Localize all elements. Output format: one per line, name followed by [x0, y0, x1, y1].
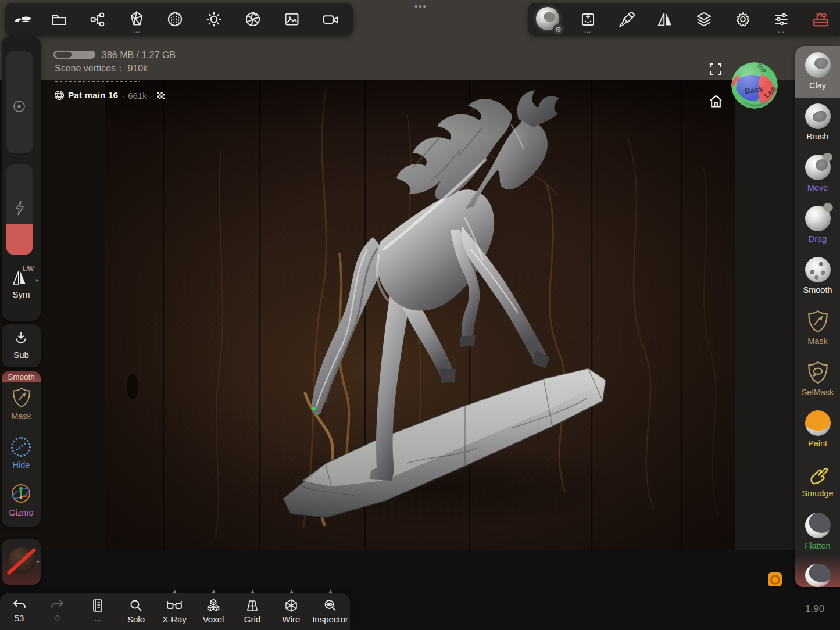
list-separator [55, 81, 140, 82]
left-shortcut-list: Smooth Mask Hide Gizmo [2, 371, 41, 527]
zoom-level: 1.90 [805, 603, 824, 615]
tool-smooth-label: Smooth [803, 285, 832, 295]
xray-glasses-icon [166, 599, 183, 613]
stamp-more: … [584, 26, 592, 34]
tool-selmask[interactable]: SelMask [795, 353, 840, 405]
inspector-label: Inspector [312, 614, 348, 624]
tool-drag[interactable]: Drag [795, 200, 840, 251]
sub-label: Sub [2, 350, 41, 360]
scene-graph-icon [90, 12, 105, 27]
folder-icon [51, 12, 67, 27]
active-matcap-button[interactable]: ⚙ [536, 7, 562, 33]
tool-smooth[interactable]: Smooth [795, 251, 840, 302]
background-button[interactable] [283, 10, 301, 28]
nomad-logo-icon [12, 12, 33, 26]
sliders-icon [773, 11, 789, 27]
inspector-button[interactable]: Inspector [313, 599, 348, 624]
tool-mask[interactable]: Mask [795, 302, 840, 353]
paint-all-button[interactable] [617, 10, 636, 28]
sun-icon [206, 11, 222, 27]
stamp-icon [580, 12, 596, 27]
notebook-icon [91, 599, 104, 613]
subdivide-button[interactable]: Sub [2, 324, 41, 367]
expand-caret[interactable]: ▲ [211, 588, 216, 594]
mask-shield-icon [12, 387, 31, 408]
tool-partial-next[interactable] [795, 558, 840, 587]
scene-vertices-value: 910k [127, 63, 148, 73]
tool-paint-label: Paint [808, 439, 827, 448]
voxel-cubes-icon [206, 599, 221, 613]
material-button[interactable] [166, 10, 184, 28]
solo-button[interactable]: Solo [119, 599, 153, 624]
grid-button[interactable]: Grid [235, 599, 270, 624]
undo-button[interactable]: 53 [2, 599, 37, 623]
memory-gauge [53, 51, 95, 59]
material-disabled-button[interactable]: ▸ [2, 539, 41, 585]
solo-magnifier-icon [129, 599, 143, 613]
material-expand-arrow: ▸ [37, 558, 40, 564]
scene-graph-button[interactable] [88, 10, 106, 28]
wireframe-icon [284, 599, 299, 613]
expand-caret[interactable]: ▲ [172, 588, 177, 594]
voxel-label: Voxel [203, 614, 224, 624]
sym-mirror-icon [12, 271, 27, 285]
lighting-button[interactable] [205, 10, 223, 28]
mirror-icon [657, 11, 673, 27]
multires-checker-icon [157, 92, 165, 99]
tool-brush[interactable]: Brush [795, 98, 840, 149]
viewport-canvas[interactable] [105, 80, 735, 550]
nomad-logo[interactable] [10, 10, 35, 28]
separator-dot: · [121, 91, 124, 101]
tool-flatten[interactable]: Flatten [795, 507, 840, 558]
symmetry-toggle[interactable]: L/W Sym ▸ [2, 257, 41, 320]
redo-button[interactable]: 0 [40, 599, 75, 623]
radius-slider[interactable] [6, 51, 33, 153]
aperture-icon [245, 11, 261, 27]
redo-count: 0 [55, 613, 60, 623]
shortcut-smooth[interactable]: Smooth [2, 371, 41, 382]
fullscreen-button[interactable] [708, 62, 723, 77]
redo-icon [50, 599, 65, 611]
intensity-slider[interactable] [6, 164, 33, 255]
history-button[interactable]: … [80, 599, 115, 622]
orientation-gizmo[interactable]: Back Left Top [731, 62, 778, 109]
window-drag-handle[interactable]: ••• [407, 1, 435, 11]
expand-caret[interactable]: ▲ [250, 588, 255, 594]
right-tool-panel: Clay Brush Move Drag Smooth Mask [795, 46, 840, 587]
shortcut-gizmo[interactable]: Gizmo [2, 480, 41, 527]
memory-text: 386 MB / 1.27 GB [102, 50, 176, 60]
expand-caret[interactable]: ▲ [289, 588, 294, 594]
mask-shield-icon [807, 309, 829, 334]
camera-button[interactable] [321, 10, 340, 28]
move-sphere-icon [805, 155, 831, 180]
toolbox-icon [812, 10, 830, 28]
tool-move[interactable]: Move [795, 149, 840, 200]
video-camera-icon [322, 11, 339, 27]
tool-selmask-label: SelMask [802, 388, 834, 397]
scene-item-row[interactable]: Pat main 16 · 661k · [54, 89, 165, 102]
wire-button[interactable]: Wire [274, 599, 309, 624]
smooth-sphere-icon [805, 257, 831, 282]
validate-badge[interactable] [768, 572, 782, 586]
symmetry-button[interactable] [656, 10, 674, 28]
image-icon [284, 11, 300, 27]
postprocess-button[interactable] [244, 10, 262, 28]
layers-button[interactable] [695, 10, 713, 28]
tool-paint[interactable]: Paint [795, 405, 840, 456]
files-button[interactable] [50, 10, 67, 28]
expand-caret[interactable]: ▲ [328, 588, 333, 594]
voxel-button[interactable]: Voxel [196, 599, 231, 624]
tool-clay[interactable]: Clay [795, 46, 840, 98]
sym-expand-arrow: ▸ [36, 277, 39, 283]
home-view-button[interactable] [707, 92, 724, 110]
shortcut-hide[interactable]: Hide [2, 432, 41, 479]
xray-button[interactable]: X-Ray [157, 599, 192, 624]
nomad-sculpt-app: Back Left Top 386 MB / 1.27 GB Scene ver… [0, 0, 840, 630]
history-more: … [94, 614, 101, 622]
tool-flatten-label: Flatten [805, 541, 830, 550]
shortcut-mask[interactable]: Mask [2, 384, 41, 430]
settings-button[interactable] [734, 10, 752, 28]
tool-smudge[interactable]: Smudge [795, 456, 840, 507]
debug-tools-button[interactable] [812, 10, 830, 28]
topology-more: … [133, 26, 141, 34]
